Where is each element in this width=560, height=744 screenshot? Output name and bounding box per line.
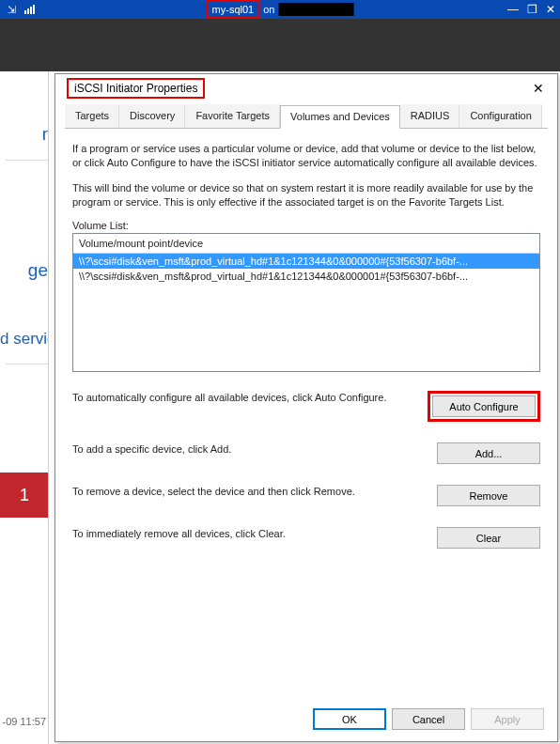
dialog-title: iSCSI Initiator Properties (67, 78, 205, 99)
cancel-button[interactable]: Cancel (392, 708, 465, 730)
intro-text-2: This will bind the volume or device so t… (72, 181, 540, 209)
dialog-footer: OK Cancel Apply (55, 701, 557, 741)
tab-radius[interactable]: RADIUS (400, 104, 460, 128)
add-device-text: To add a specific device, click Add. (72, 442, 426, 457)
add-button[interactable]: Add... (437, 442, 540, 464)
volumes-devices-panel: If a program or service uses a particula… (55, 129, 557, 701)
volume-list-header[interactable]: Volume/mount point/device (73, 234, 539, 254)
remove-device-text: To remove a device, select the device an… (72, 485, 426, 499)
ok-button[interactable]: OK (313, 708, 386, 730)
tab-strip: Targets Discovery Favorite Targets Volum… (65, 104, 548, 129)
dialog-titlebar: iSCSI Initiator Properties ✕ (55, 74, 557, 102)
auto-configure-text: To automatically configure all available… (72, 391, 416, 405)
auto-configure-highlight: Auto Configure (428, 391, 540, 422)
volume-list-item[interactable]: \\?\scsi#disk&ven_msft&prod_virtual_hd#1… (73, 254, 539, 269)
remove-button[interactable]: Remove (437, 485, 540, 506)
background-left-panel: r ge d service 1 -09 11:57 (0, 71, 49, 744)
svg-rect-3 (33, 5, 35, 14)
volume-listview[interactable]: Volume/mount point/device \\?\scsi#disk&… (72, 233, 540, 372)
remote-window-controls: — ❐ ✕ (507, 3, 556, 16)
intro-text-1: If a program or service uses a particula… (72, 142, 540, 170)
bg-timestamp: -09 11:57 (3, 716, 46, 727)
tab-configuration[interactable]: Configuration (459, 104, 541, 128)
bg-text-fragment: ge (0, 255, 48, 287)
remote-on-label: on (263, 4, 274, 15)
remote-session-titlebar: ⇲ my-sql01 on — ❐ ✕ (0, 0, 560, 19)
tab-discovery[interactable]: Discovery (119, 104, 185, 128)
tab-targets[interactable]: Targets (65, 104, 119, 128)
alert-count-badge[interactable]: 1 (0, 473, 49, 518)
clear-devices-text: To immediately remove all devices, click… (72, 527, 426, 541)
bg-text-fragment: r (0, 118, 48, 150)
iscsi-initiator-dialog: iSCSI Initiator Properties ✕ Targets Dis… (54, 73, 558, 742)
volume-list-label: Volume List: (72, 220, 540, 231)
tab-favorite-targets[interactable]: Favorite Targets (185, 104, 280, 128)
restore-icon[interactable]: ❐ (526, 3, 537, 16)
redacted-hostpart (278, 3, 353, 16)
remote-hostname: my-sql01 (207, 0, 260, 19)
pin-icon[interactable]: ⇲ (6, 4, 17, 16)
tab-volumes-devices[interactable]: Volumes and Devices (280, 105, 400, 129)
svg-rect-1 (27, 8, 29, 14)
volume-list-item[interactable]: \\?\scsi#disk&ven_msft&prod_virtual_hd#1… (73, 269, 539, 284)
bg-text-fragment: d service (0, 324, 48, 354)
server-manager-banner (0, 19, 560, 71)
close-icon[interactable]: ✕ (545, 3, 556, 16)
auto-configure-button[interactable]: Auto Configure (432, 395, 536, 417)
signal-icon (24, 3, 38, 16)
svg-rect-2 (30, 7, 32, 14)
apply-button[interactable]: Apply (471, 708, 544, 730)
minimize-icon[interactable]: — (507, 3, 519, 16)
svg-rect-0 (24, 10, 26, 14)
close-icon[interactable]: ✕ (529, 81, 548, 96)
clear-button[interactable]: Clear (437, 527, 540, 549)
